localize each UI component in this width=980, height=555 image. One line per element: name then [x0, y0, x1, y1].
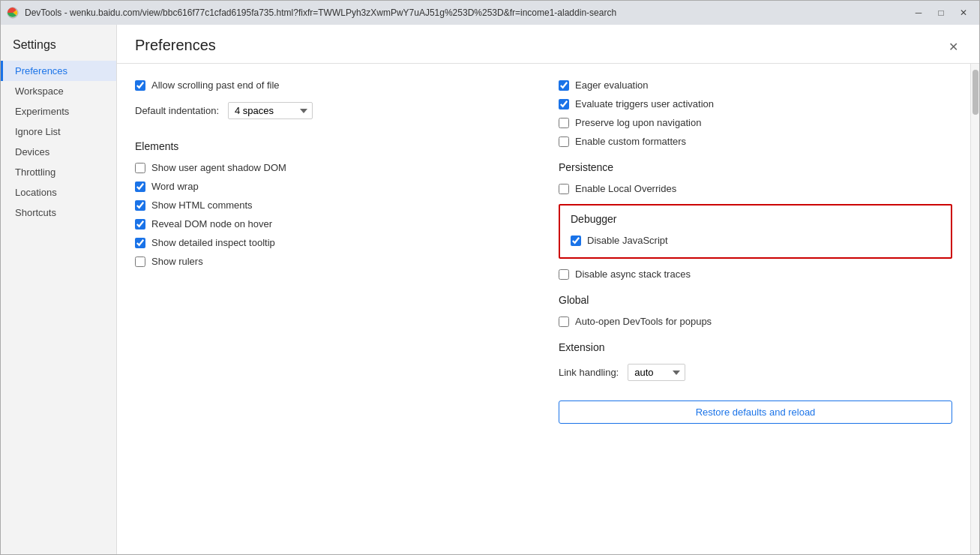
- debugger-section-heading: Debugger: [571, 213, 940, 225]
- show-shadow-dom-checkbox[interactable]: [135, 163, 145, 173]
- settings-two-column: Allow scrolling past end of file Default…: [135, 76, 952, 424]
- restore-defaults-button[interactable]: Restore defaults and reload: [559, 400, 952, 424]
- window-close-button[interactable]: ✕: [954, 5, 973, 20]
- sidebar-item-experiments[interactable]: Experiments: [1, 101, 116, 122]
- debugger-box: Debugger Disable JavaScript: [559, 204, 952, 259]
- settings-scrollbar-thumb: [973, 70, 979, 115]
- preserve-log-label: Preserve log upon navigation: [575, 117, 701, 128]
- reveal-dom-label: Reveal DOM node on hover: [151, 218, 272, 230]
- allow-scrolling-row: Allow scrolling past end of file: [135, 76, 529, 94]
- eager-eval-row: Eager evaluation: [559, 76, 952, 94]
- sidebar-item-locations[interactable]: Locations: [1, 182, 116, 202]
- custom-formatters-checkbox[interactable]: [559, 136, 569, 147]
- disable-js-label: Disable JavaScript: [587, 235, 668, 246]
- disable-js-checkbox[interactable]: [571, 236, 581, 246]
- show-html-comments-checkbox[interactable]: [135, 200, 145, 211]
- title-bar-controls: ─ □ ✕: [909, 5, 973, 20]
- show-html-comments-row: Show HTML comments: [135, 196, 529, 214]
- show-shadow-dom-row: Show user agent shadow DOM: [135, 158, 529, 177]
- word-wrap-checkbox[interactable]: [135, 182, 145, 192]
- eval-triggers-checkbox[interactable]: [559, 99, 569, 110]
- preserve-log-row: Preserve log upon navigation: [559, 113, 952, 132]
- settings-header: Preferences ✕: [117, 25, 979, 64]
- word-wrap-label: Word wrap: [151, 181, 199, 192]
- show-rulers-row: Show rulers: [135, 252, 529, 271]
- disable-async-traces-label: Disable async stack traces: [575, 268, 691, 280]
- settings-sidebar-title: Settings: [1, 32, 116, 61]
- persistence-section-heading: Persistence: [559, 161, 952, 173]
- auto-open-devtools-row: Auto-open DevTools for popups: [559, 312, 952, 331]
- show-inspect-tooltip-label: Show detailed inspect tooltip: [151, 237, 275, 248]
- disable-js-row: Disable JavaScript: [571, 231, 940, 250]
- reveal-dom-checkbox[interactable]: [135, 219, 145, 230]
- right-column: Eager evaluation Evaluate triggers user …: [559, 76, 952, 424]
- settings-body: Allow scrolling past end of file Default…: [117, 64, 979, 554]
- disable-async-traces-row: Disable async stack traces: [559, 265, 952, 284]
- indentation-label: Default indentation:: [135, 105, 219, 116]
- minimize-button[interactable]: ─: [909, 5, 928, 20]
- local-overrides-row: Enable Local Overrides: [559, 179, 952, 198]
- show-html-comments-label: Show HTML comments: [151, 200, 253, 211]
- local-overrides-checkbox[interactable]: [559, 184, 569, 194]
- devtools-window: DevTools - wenku.baidu.com/view/bbc616f7…: [0, 0, 980, 555]
- chrome-icon: [7, 7, 19, 19]
- eager-eval-checkbox[interactable]: [559, 80, 569, 91]
- eager-eval-label: Eager evaluation: [575, 80, 649, 91]
- window-title: DevTools - wenku.baidu.com/view/bbc616f7…: [25, 8, 616, 18]
- disable-async-traces-checkbox[interactable]: [559, 269, 569, 280]
- local-overrides-label: Enable Local Overrides: [575, 183, 676, 194]
- indentation-row: Default indentation: 2 spaces 4 spaces 8…: [135, 98, 529, 124]
- sidebar-item-preferences[interactable]: Preferences: [1, 61, 116, 81]
- maximize-button[interactable]: □: [931, 5, 951, 20]
- auto-open-devtools-label: Auto-open DevTools for popups: [575, 316, 712, 327]
- allow-scrolling-label: Allow scrolling past end of file: [151, 80, 280, 91]
- sidebar-item-ignore-list[interactable]: Ignore List: [1, 122, 116, 142]
- link-handling-select[interactable]: auto manual: [628, 364, 685, 381]
- preserve-log-checkbox[interactable]: [559, 118, 569, 128]
- show-rulers-label: Show rulers: [151, 256, 203, 267]
- settings-sidebar: Settings Preferences Workspace Experimen…: [1, 25, 117, 554]
- eval-triggers-row: Evaluate triggers user activation: [559, 94, 952, 113]
- title-bar-left: DevTools - wenku.baidu.com/view/bbc616f7…: [7, 7, 616, 19]
- global-section-heading: Global: [559, 294, 952, 306]
- link-handling-label: Link handling:: [559, 367, 619, 378]
- settings-main-content: Preferences ✕ Allow scrolling past end o…: [117, 25, 979, 554]
- settings-scrollbar[interactable]: [970, 64, 979, 554]
- link-handling-row: Link handling: auto manual: [559, 359, 952, 386]
- sidebar-item-devices[interactable]: Devices: [1, 142, 116, 162]
- auto-open-devtools-checkbox[interactable]: [559, 316, 569, 327]
- allow-scrolling-checkbox[interactable]: [135, 80, 145, 91]
- sidebar-item-throttling[interactable]: Throttling: [1, 162, 116, 182]
- sidebar-item-shortcuts[interactable]: Shortcuts: [1, 202, 116, 223]
- reveal-dom-row: Reveal DOM node on hover: [135, 214, 529, 233]
- eval-triggers-label: Evaluate triggers user activation: [575, 98, 714, 110]
- settings-page-title: Preferences: [135, 37, 216, 54]
- left-column: Allow scrolling past end of file Default…: [135, 76, 529, 424]
- close-settings-button[interactable]: ✕: [946, 37, 961, 57]
- show-shadow-dom-label: Show user agent shadow DOM: [151, 162, 286, 173]
- elements-section-heading: Elements: [135, 140, 529, 152]
- title-bar: DevTools - wenku.baidu.com/view/bbc616f7…: [1, 1, 979, 25]
- show-rulers-checkbox[interactable]: [135, 256, 145, 267]
- show-inspect-tooltip-row: Show detailed inspect tooltip: [135, 233, 529, 252]
- custom-formatters-row: Enable custom formatters: [559, 132, 952, 151]
- word-wrap-row: Word wrap: [135, 177, 529, 196]
- devtools-container: Settings Preferences Workspace Experimen…: [1, 25, 979, 554]
- indentation-select[interactable]: 2 spaces 4 spaces 8 spaces Tab character: [228, 102, 313, 119]
- extension-section-heading: Extension: [559, 341, 952, 353]
- sidebar-item-workspace[interactable]: Workspace: [1, 81, 116, 101]
- settings-scroll-area[interactable]: Allow scrolling past end of file Default…: [117, 64, 970, 554]
- custom-formatters-label: Enable custom formatters: [575, 136, 686, 147]
- show-inspect-tooltip-checkbox[interactable]: [135, 238, 145, 248]
